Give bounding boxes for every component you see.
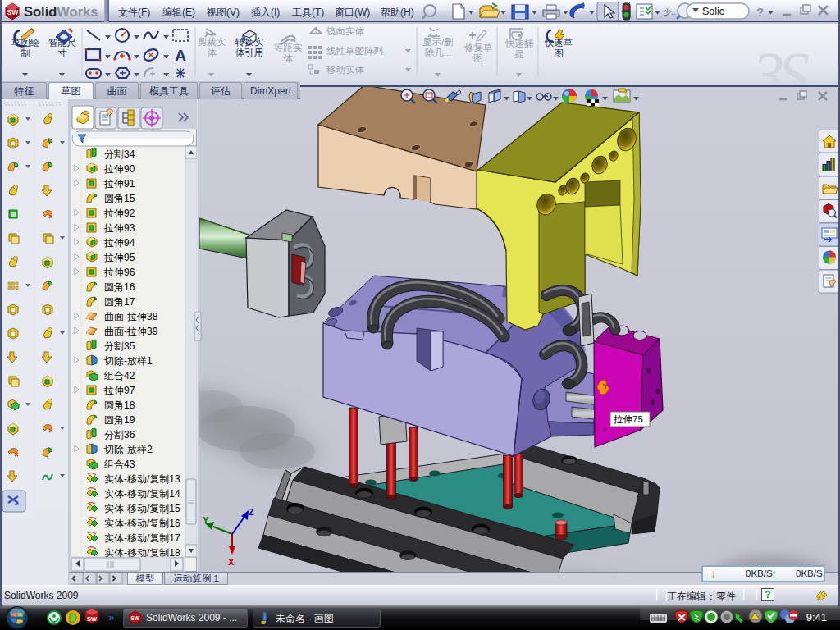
svg-text:!: ! xyxy=(315,27,317,34)
svg-text:捉: 捉 xyxy=(514,49,524,59)
svg-text:体引用: 体引用 xyxy=(235,48,264,57)
svg-text:X: X xyxy=(228,557,235,567)
svg-text:智能尺: 智能尺 xyxy=(48,38,77,48)
svg-text:?: ? xyxy=(756,5,764,19)
svg-text:图: 图 xyxy=(554,48,564,58)
svg-text:»: » xyxy=(108,611,114,623)
svg-text:SW: SW xyxy=(7,8,20,16)
svg-text:体: 体 xyxy=(207,48,217,57)
svg-text:Solic: Solic xyxy=(702,6,724,17)
svg-text:9:41: 9:41 xyxy=(806,611,827,623)
svg-text:3S: 3S xyxy=(751,39,810,81)
svg-text:显示/删: 显示/删 xyxy=(422,37,454,47)
svg-text:Z: Z xyxy=(249,507,254,517)
svg-text:寸: 寸 xyxy=(57,48,67,58)
svg-text:移动实体: 移动实体 xyxy=(326,65,365,75)
svg-text:除几...: 除几... xyxy=(425,48,452,57)
svg-text:SolidWorks: SolidWorks xyxy=(24,4,98,19)
svg-text:剪裁实: 剪裁实 xyxy=(198,37,226,47)
svg-text:快速草: 快速草 xyxy=(544,38,573,48)
svg-text:快速捕: 快速捕 xyxy=(504,39,534,48)
svg-text:修复草: 修复草 xyxy=(464,43,493,52)
svg-text:SW: SW xyxy=(87,615,98,623)
svg-text:线性草图阵列: 线性草图阵列 xyxy=(326,46,383,56)
svg-text:图: 图 xyxy=(473,53,483,63)
svg-text:制: 制 xyxy=(21,48,30,58)
svg-text:转换实: 转换实 xyxy=(235,37,264,47)
svg-text:SW: SW xyxy=(131,615,140,621)
svg-text:等距实: 等距实 xyxy=(274,43,303,52)
svg-text:少..: 少.. xyxy=(663,7,676,16)
svg-text:拉伸75: 拉伸75 xyxy=(613,414,643,424)
svg-text:Y: Y xyxy=(203,515,209,525)
svg-text:A: A xyxy=(175,47,186,64)
svg-text:镜向实体: 镜向实体 xyxy=(326,26,365,36)
svg-text:体: 体 xyxy=(283,53,293,63)
svg-text:草图绘: 草图绘 xyxy=(11,38,40,48)
